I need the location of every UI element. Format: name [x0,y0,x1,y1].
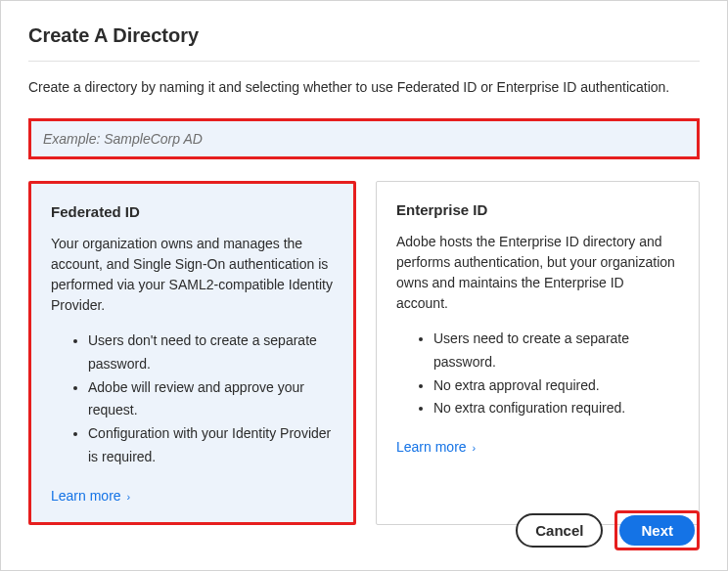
chevron-right-icon: › [127,491,131,503]
card-federated-bullets: Users don't need to create a separate pa… [51,329,334,469]
list-item: Adobe will review and approve your reque… [88,376,334,423]
list-item: Users don't need to create a separate pa… [88,329,334,376]
next-button-highlight: Next [614,510,700,550]
page-title: Create A Directory [28,24,700,47]
next-button[interactable]: Next [619,515,695,546]
directory-name-input[interactable] [31,121,697,156]
chevron-right-icon: › [473,442,477,454]
card-enterprise-bullets: Users need to create a separate password… [396,328,679,420]
card-enterprise-title: Enterprise ID [396,201,679,218]
card-enterprise-id[interactable]: Enterprise ID Adobe hosts the Enterprise… [376,181,700,525]
footer-buttons: Cancel Next [516,510,700,550]
list-item: No extra approval required. [433,374,679,398]
list-item: Users need to create a separate password… [433,328,679,374]
card-federated-id[interactable]: Federated ID Your organization owns and … [28,181,356,525]
learn-more-label: Learn more [396,439,467,455]
divider [28,61,700,62]
page-description: Create a directory by naming it and sele… [28,79,700,95]
id-type-cards: Federated ID Your organization owns and … [28,181,700,525]
directory-name-highlight [28,118,700,159]
list-item: No extra configuration required. [433,397,679,420]
card-enterprise-text: Adobe hosts the Enterprise ID directory … [396,232,679,314]
learn-more-label: Learn more [51,488,121,504]
learn-more-federated[interactable]: Learn more › [51,488,130,504]
cancel-button[interactable]: Cancel [516,513,603,548]
list-item: Configuration with your Identity Provide… [88,422,334,469]
card-federated-text: Your organization owns and manages the a… [51,234,334,316]
learn-more-enterprise[interactable]: Learn more › [396,439,476,455]
card-federated-title: Federated ID [51,203,334,220]
